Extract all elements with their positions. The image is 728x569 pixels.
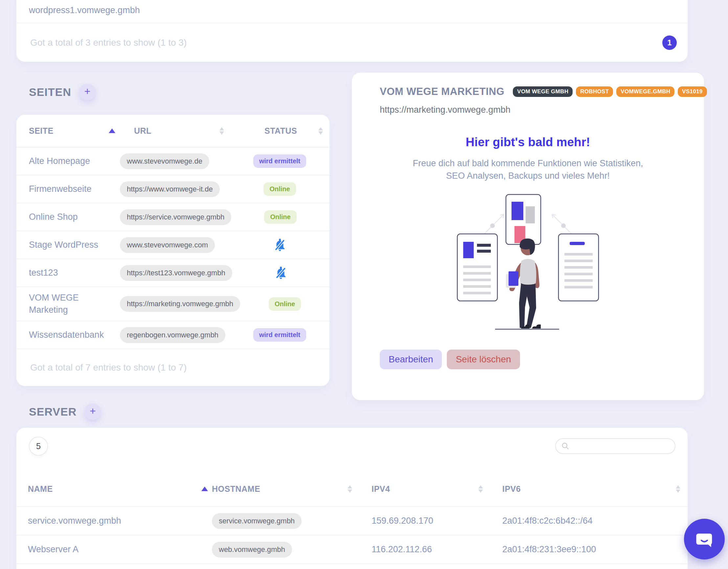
chat-bubble-icon [694, 529, 715, 549]
website-row-wordpress1[interactable]: wordpress1.vomwege.gmbh [16, 0, 688, 23]
sort-asc-icon[interactable] [109, 128, 115, 133]
hostname-pill: web.vomwege.gmbh [212, 542, 292, 558]
table-row[interactable]: Wissensdatenbankregenbogen.vomwege.gmbhw… [16, 321, 330, 349]
hostname-pill: service.vomwege.gmbh [212, 513, 302, 529]
status-badge: wird ermittelt [253, 154, 307, 168]
server-name: Webserver A [28, 544, 212, 555]
site-name: Alte Homepage [29, 155, 120, 167]
sort-toggle-icon[interactable] [478, 485, 483, 493]
column-seite: SEITE [29, 126, 54, 136]
site-url-pill: https://service.vomwege.gmbh [120, 209, 231, 225]
seiten-table-header: SEITE URL STATUS [16, 115, 330, 147]
server-ipv4: 159.69.208.170 [355, 516, 486, 526]
status-badge: wird ermittelt [253, 328, 307, 342]
site-name: Firmenwebseite [29, 183, 120, 195]
site-tag: ROBHOST [576, 86, 613, 97]
site-tag: VS1019 [678, 86, 707, 97]
bell-muted-icon[interactable] [274, 266, 288, 280]
table-row[interactable]: Online Shophttps://service.vomwege.gmbhO… [16, 203, 330, 231]
table-row[interactable]: test123https://test123.vomwege.gmbh [16, 259, 330, 286]
site-name: Wissensdatenbank [29, 329, 120, 341]
server-table-card: 5 NAME HOSTNAME IPV4 IPV6 service.vomweg… [16, 428, 688, 569]
site-url-pill: regenbogen.vomwege.gmbh [120, 327, 225, 343]
table-row[interactable]: Firmenwebseitehttps://www.vomwege-it.deO… [16, 175, 330, 203]
delete-page-button[interactable]: Seite löschen [447, 350, 520, 369]
site-url-pill: https://www.vomwege-it.de [120, 181, 220, 197]
description-line2: SEO Analysen, Backups und vieles Mehr! [446, 171, 610, 181]
sort-asc-icon[interactable] [201, 487, 208, 491]
server-count-badge: 5 [29, 437, 48, 456]
column-hostname: HOSTNAME [212, 484, 260, 494]
status-badge: Online [264, 210, 296, 224]
documents-illustration [454, 192, 602, 336]
coming-soon-headline: Hier gibt's bald mehr! [380, 135, 676, 149]
server-table-header: NAME HOSTNAME IPV4 IPV6 [16, 471, 688, 506]
server-search-input[interactable] [555, 438, 675, 454]
site-url-pill: https://test123.vomwege.gmbh [120, 265, 232, 281]
add-server-button[interactable]: + [84, 403, 101, 420]
table-row[interactable]: service.vomwege.gmbhservice.vomwege.gmbh… [16, 506, 688, 535]
site-detail-url: https://marketing.vomwege.gmbh [380, 105, 676, 115]
seiten-entries-summary: Got a total of 7 entries to show (1 to 7… [16, 349, 330, 386]
site-detail-card: VOM WEGE MARKETING VOM WEGE GMBHROBHOSTV… [352, 73, 704, 400]
server-table-body: service.vomwege.gmbhservice.vomwege.gmbh… [16, 506, 688, 563]
site-url-pill: www.stevevomwege.de [120, 153, 209, 169]
websites-list-card: wordpress1.vomwege.gmbh Got a total of 3… [16, 0, 688, 62]
status-badge: Online [269, 297, 301, 311]
column-url: URL [134, 126, 151, 136]
pagination-page-1[interactable]: 1 [662, 35, 677, 50]
site-name: Online Shop [29, 211, 120, 223]
table-row[interactable]: Alte Homepagewww.stevevomwege.dewird erm… [16, 147, 330, 175]
description-line1: Freue dich auf bald kommende Funktionen … [413, 158, 643, 168]
table-row[interactable]: Webserver Aweb.vomwege.gmbh116.202.112.6… [16, 535, 688, 563]
add-page-button[interactable]: + [79, 84, 96, 100]
server-ipv6: 2a01:4f8:c2c:6b42::/64 [486, 516, 688, 526]
seiten-table-card: SEITE URL STATUS Alte Homepagewww.stevev… [16, 115, 330, 386]
site-url-pill: www.stevevomwege.com [120, 237, 215, 253]
server-name: service.vomwege.gmbh [28, 516, 212, 526]
entries-summary: Got a total of 3 entries to show (1 to 3… [30, 37, 187, 48]
column-status: STATUS [264, 126, 297, 136]
seiten-table-body: Alte Homepagewww.stevevomwege.dewird erm… [16, 147, 330, 349]
seiten-section-title: SEITEN [29, 86, 71, 99]
site-tags: VOM WEGE GMBHROBHOSTVOMWEGE.GMBHVS1019 [513, 86, 707, 97]
site-name: test123 [29, 267, 120, 279]
site-name: Stage WordPress [29, 239, 120, 251]
site-url-pill: https://marketing.vomwege.gmbh [120, 296, 240, 312]
site-detail-title: VOM WEGE MARKETING [380, 86, 504, 98]
table-row[interactable]: Stage WordPresswww.stevevomwege.com [16, 231, 330, 259]
column-ipv4: IPV4 [372, 484, 390, 494]
column-name: NAME [28, 484, 53, 494]
server-section-title: SERVER [29, 405, 77, 418]
table-row[interactable]: VOM WEGE Marketinghttps://marketing.vomw… [16, 286, 330, 321]
server-table-filler [16, 563, 688, 569]
chat-launcher-button[interactable] [684, 519, 725, 559]
sort-toggle-icon[interactable] [219, 127, 224, 135]
column-ipv6: IPV6 [502, 484, 521, 494]
sort-toggle-icon[interactable] [676, 485, 680, 493]
site-tag: VOM WEGE GMBH [513, 86, 573, 97]
status-badge: Online [263, 182, 296, 196]
sort-toggle-icon[interactable] [318, 127, 323, 135]
server-ipv6: 2a01:4f8:231:3ee9::100 [486, 544, 688, 555]
edit-button[interactable]: Bearbeiten [380, 350, 442, 369]
server-ipv4: 116.202.112.66 [355, 544, 486, 555]
site-tag: VOMWEGE.GMBH [616, 86, 674, 97]
sort-toggle-icon[interactable] [348, 485, 352, 493]
site-name: VOM WEGE Marketing [29, 292, 120, 316]
coming-soon-description: Freue dich auf bald kommende Funktionen … [380, 157, 676, 182]
bell-muted-icon[interactable] [273, 238, 287, 252]
search-icon [561, 442, 570, 450]
